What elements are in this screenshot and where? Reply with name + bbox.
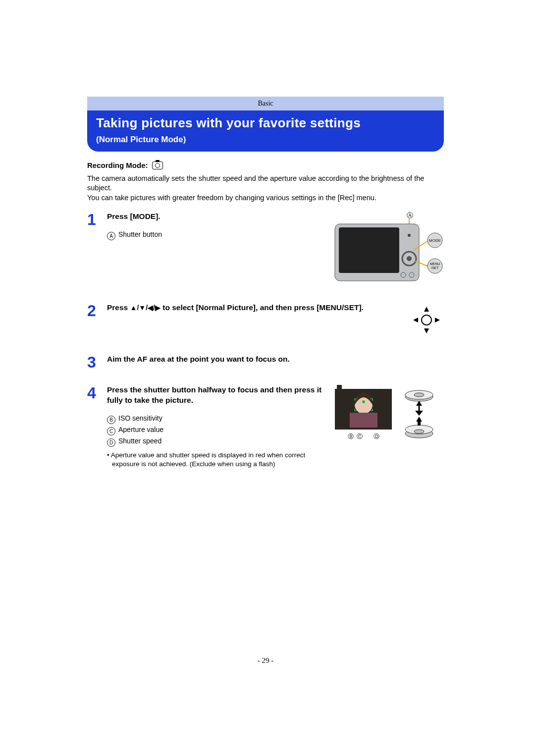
category-band: Basic: [87, 97, 444, 110]
svg-marker-19: [435, 318, 440, 323]
callout-text: Aperture value: [118, 426, 163, 433]
step-2: 2 Press ▲/▼/◀/▶ to select [Normal Pictur…: [87, 303, 444, 339]
step-number: 3: [87, 354, 107, 370]
svg-marker-16: [424, 307, 429, 312]
svg-rect-38: [418, 422, 421, 426]
step-number: 4: [87, 385, 107, 401]
step-title: Press ▲/▼/◀/▶ to select [Normal Picture]…: [107, 303, 405, 313]
title-block: Taking pictures with your favorite setti…: [87, 110, 444, 152]
dpad-graphic: [409, 303, 444, 339]
svg-marker-31: [416, 401, 422, 406]
svg-marker-37: [416, 417, 422, 422]
step-body: Press [MODE]. AShutter button: [107, 212, 326, 240]
page-subtitle: (Normal Picture Mode): [96, 135, 435, 145]
callout-text: Shutter speed: [118, 437, 161, 445]
step-title: Press [MODE].: [107, 212, 326, 222]
callout-circle-C: C: [107, 427, 115, 435]
svg-rect-21: [337, 385, 342, 389]
step-number: 1: [87, 212, 107, 227]
camera-graphic: Ⓐ MODE: [330, 212, 444, 288]
step-number: 2: [87, 303, 107, 319]
svg-rect-23: [350, 413, 377, 428]
step-sublist: BISO sensitivity CAperture value DShutte…: [107, 413, 331, 447]
svg-text:Ⓐ: Ⓐ: [407, 212, 413, 219]
intro-block: Recording Mode: The camera automatically…: [87, 161, 444, 203]
lcd-and-shutter-graphic: Ⓑ Ⓒ Ⓓ: [335, 385, 444, 451]
callout-circle-B: B: [107, 416, 115, 424]
step-title: Press the shutter button halfway to focu…: [107, 385, 331, 406]
svg-point-4: [408, 234, 411, 237]
step-3: 3 Aim the AF area at the point you want …: [87, 354, 444, 370]
svg-marker-17: [424, 328, 429, 333]
page-number: - 29 -: [87, 656, 444, 665]
recording-mode-label: Recording Mode:: [87, 161, 148, 169]
svg-point-30: [414, 393, 424, 397]
callout-text: Shutter button: [118, 230, 162, 238]
step-title: Aim the AF area at the point you want to…: [107, 354, 444, 365]
svg-marker-18: [413, 318, 418, 323]
mode-button-label: MODE: [429, 238, 441, 243]
svg-point-36: [414, 430, 424, 433]
svg-point-6: [407, 256, 412, 261]
step-sublist: AShutter button: [107, 229, 326, 240]
intro-p2: You can take pictures with greater freed…: [87, 193, 444, 203]
svg-point-24: [362, 400, 365, 403]
svg-point-15: [422, 315, 431, 325]
step-body: Press the shutter button halfway to focu…: [107, 385, 331, 469]
svg-marker-33: [415, 411, 423, 416]
step-4: 4 Press the shutter button halfway to fo…: [87, 385, 444, 469]
steps: 1 Press [MODE]. AShutter button Ⓐ: [87, 212, 444, 469]
callout-circle-D: D: [107, 438, 115, 447]
svg-text:Ⓓ: Ⓓ: [374, 433, 379, 440]
svg-text:/SET: /SET: [431, 266, 439, 270]
category-label: Basic: [258, 100, 273, 107]
intro-p1: The camera automatically sets the shutte…: [87, 174, 444, 193]
camera-icon: [152, 162, 163, 169]
svg-text:Ⓑ: Ⓑ: [348, 433, 354, 440]
direction-arrows: ▲/▼/◀/▶: [130, 304, 160, 312]
svg-rect-3: [339, 227, 399, 273]
manual-page: Basic Taking pictures with your favorite…: [87, 97, 444, 469]
svg-text:Ⓒ: Ⓒ: [357, 433, 363, 440]
svg-text:MENU: MENU: [430, 262, 440, 266]
step-1: 1 Press [MODE]. AShutter button Ⓐ: [87, 212, 444, 288]
step-body: Press ▲/▼/◀/▶ to select [Normal Picture]…: [107, 303, 405, 313]
step-body: Aim the AF area at the point you want to…: [107, 354, 444, 365]
step-note: • Aperture value and shutter speed is di…: [107, 451, 331, 469]
page-title: Taking pictures with your favorite setti…: [96, 115, 435, 131]
callout-text: ISO sensitivity: [118, 414, 162, 422]
callout-circle-A: A: [107, 232, 115, 240]
